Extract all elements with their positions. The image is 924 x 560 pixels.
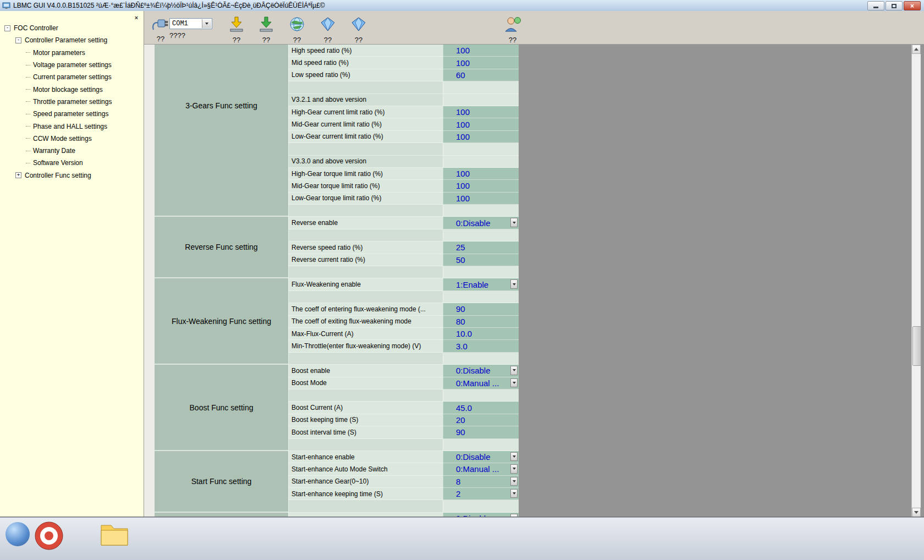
dropdown-arrow-icon[interactable] <box>202 19 211 28</box>
tree-item-label: Warranty Date <box>33 147 75 155</box>
tree-item-phase-and-hall-settings[interactable]: Phase and HALL settings <box>0 120 144 132</box>
param-value[interactable]: 100 <box>443 193 519 205</box>
tree-item-throttle-parameter-settings[interactable]: Throttle parameter settings <box>0 96 144 108</box>
param-value[interactable]: 100 <box>443 168 519 180</box>
param-value[interactable]: 80 <box>443 316 519 328</box>
param-value[interactable]: 10.0 <box>443 328 519 340</box>
maximize-button[interactable] <box>886 1 903 10</box>
tree-item-controller-func-setting[interactable]: + Controller Func setting <box>0 169 144 182</box>
param-label: High-Gear torque limit ratio (%) <box>288 168 443 180</box>
tree-collapse-icon[interactable]: - <box>4 25 10 31</box>
dropdown-arrow-icon[interactable] <box>510 489 518 498</box>
scrollbar-thumb[interactable] <box>912 326 921 366</box>
close-button[interactable] <box>904 1 921 10</box>
tree-item-motor-parameters[interactable]: Motor parameters <box>0 47 144 59</box>
section-group-label: Reverse Func setting <box>155 217 288 278</box>
red-app-icon[interactable] <box>34 521 64 551</box>
splitter-gutter <box>144 45 155 517</box>
window-title: LBMC GUI V4.0.0.B151025 ²úÆ·°æ£¨ÌáÐÑ£º±¾… <box>13 2 325 9</box>
window-titlebar[interactable]: LBMC GUI V4.0.0.B151025 ²úÆ·°æ£¨ÌáÐÑ£º±¾… <box>0 0 924 12</box>
spacer-cell <box>443 266 519 278</box>
tree-item-speed-parameter-settings[interactable]: Speed parameter settings <box>0 108 144 120</box>
param-value[interactable]: 90 <box>443 303 519 315</box>
param-value[interactable]: 100 <box>443 45 519 57</box>
spacer-cell <box>288 353 443 365</box>
dropdown-value: 0:Disable <box>456 366 491 375</box>
minimize-button[interactable] <box>867 1 884 10</box>
write-params-button[interactable]: ?? <box>254 16 278 44</box>
tree-collapse-icon[interactable]: - <box>15 37 21 43</box>
tree-item-software-version[interactable]: Software Version <box>0 157 144 169</box>
tree-item-voltage-parameter-settings[interactable]: Voltage parameter settings <box>0 59 144 71</box>
tree-item-ccw-mode-settings[interactable]: CCW Mode settings <box>0 133 144 145</box>
table-section-reverse: Reverse Func setting Reverse enable 0:Di… <box>155 217 519 278</box>
table-section-3-gears: 3-Gears Func setting High speed ratio (%… <box>155 45 519 217</box>
param-label: Reverse speed ratio (%) <box>288 241 443 254</box>
tree-item-label: Speed parameter settings <box>33 110 108 118</box>
user-icon <box>504 16 521 35</box>
param-value[interactable]: 45.0 <box>443 402 519 414</box>
param-value[interactable]: 100 <box>443 180 519 192</box>
tree-item-label: Throttle parameter settings <box>33 98 112 106</box>
scroll-up-button[interactable] <box>912 45 921 54</box>
tree-expand-icon[interactable]: + <box>15 172 21 178</box>
param-value[interactable]: 20 <box>443 414 519 426</box>
section-group-label: Flux-Weakening Func setting <box>155 278 288 365</box>
gem-a-button[interactable]: ?? <box>316 16 340 44</box>
toolbar-item-label: ?? <box>355 36 362 44</box>
dropdown-arrow-icon[interactable] <box>510 477 518 486</box>
param-label: Low speed ratio (%) <box>288 69 443 81</box>
param-value[interactable]: 3.0 <box>443 340 519 352</box>
folder-icon[interactable] <box>100 522 129 546</box>
dropdown-arrow-icon[interactable] <box>510 279 518 288</box>
tree-item-foc-controller[interactable]: - FOC Controller <box>0 22 144 34</box>
sidebar-close-button[interactable]: × <box>133 14 140 22</box>
scroll-down-button[interactable] <box>912 508 921 517</box>
param-value[interactable]: 100 <box>443 118 519 130</box>
param-label: Boost Mode <box>288 377 443 389</box>
param-label: Boost keeping time (S) <box>288 414 443 426</box>
tree-item-label: Phase and HALL settings <box>33 123 107 130</box>
param-value[interactable]: 100 <box>443 106 519 118</box>
user-button[interactable]: ?? <box>501 16 525 44</box>
com-port-value: COM1 <box>172 20 188 28</box>
param-dropdown[interactable]: 0:Disable <box>443 451 519 463</box>
start-orb-icon[interactable] <box>6 522 30 546</box>
vertical-scrollbar[interactable] <box>911 45 921 517</box>
param-dropdown[interactable]: 2 <box>443 488 519 500</box>
taskbar <box>0 517 924 560</box>
param-value[interactable]: 50 <box>443 254 519 266</box>
param-dropdown[interactable]: 0:Manual ... <box>443 463 519 475</box>
tree-item-warranty-date[interactable]: Warranty Date <box>0 145 144 157</box>
param-dropdown[interactable]: 0:Manual ... <box>443 377 519 389</box>
tree-item-current-parameter-settings[interactable]: Current parameter settings <box>0 71 144 83</box>
param-label: Start-enhance enable <box>288 451 443 463</box>
spacer-cell <box>288 439 443 451</box>
param-value[interactable]: 60 <box>443 69 519 81</box>
param-dropdown[interactable]: 8 <box>443 476 519 488</box>
dropdown-arrow-icon[interactable] <box>510 378 518 387</box>
com-port-select[interactable]: COM1 <box>169 18 212 29</box>
param-value[interactable]: 90 <box>443 426 519 438</box>
param-dropdown[interactable]: 0:Disable <box>443 217 519 229</box>
spacer-cell <box>443 389 519 402</box>
dropdown-arrow-icon[interactable] <box>510 218 518 227</box>
dropdown-arrow-icon[interactable] <box>510 464 518 473</box>
param-dropdown[interactable]: 1:Enable <box>443 278 519 290</box>
param-value[interactable]: 100 <box>443 131 519 143</box>
network-button[interactable]: ?? <box>285 16 309 44</box>
tree-item-motor-blockage-settings[interactable]: Motor blockage settings <box>0 83 144 95</box>
param-value[interactable]: 25 <box>443 241 519 254</box>
gem-b-button[interactable]: ?? <box>346 16 371 44</box>
param-dropdown[interactable]: 0:Disable <box>443 365 519 377</box>
minimize-icon <box>873 7 878 8</box>
param-value[interactable]: 100 <box>443 57 519 69</box>
dropdown-arrow-icon[interactable] <box>510 452 518 461</box>
maximize-icon <box>892 4 897 8</box>
dropdown-arrow-icon[interactable] <box>510 366 518 375</box>
blue-diamond-icon <box>350 16 367 35</box>
param-label: Reverse enable <box>288 217 443 229</box>
toolbar-item-label: ?? <box>509 36 516 44</box>
read-params-button[interactable]: ?? <box>224 16 249 44</box>
tree-item-controller-parameter-setting[interactable]: - Controller Parameter setting <box>0 34 144 46</box>
